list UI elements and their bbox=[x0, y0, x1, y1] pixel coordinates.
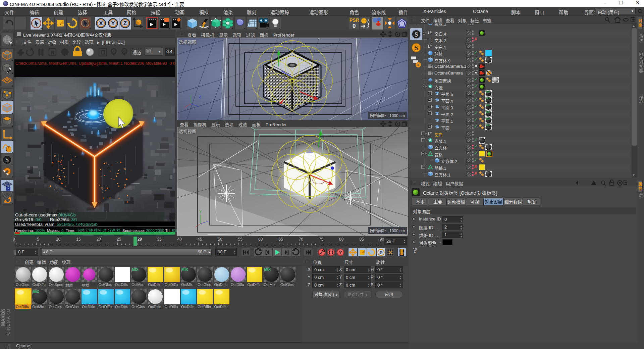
svg-text:M: M bbox=[123, 50, 126, 53]
svg-text:?: ? bbox=[339, 250, 342, 255]
svg-text:S: S bbox=[415, 45, 418, 51]
svg-text:Z: Z bbox=[367, 25, 369, 29]
svg-text:Z: Z bbox=[199, 95, 201, 99]
svg-text:L0: L0 bbox=[428, 44, 432, 48]
svg-text:X: X bbox=[99, 20, 103, 27]
svg-text:Y: Y bbox=[199, 210, 202, 214]
svg-text:Y: Y bbox=[111, 20, 115, 27]
svg-text:L0: L0 bbox=[428, 131, 432, 136]
svg-text:T: T bbox=[429, 37, 431, 42]
svg-text:S: S bbox=[417, 63, 419, 67]
svg-text:S: S bbox=[5, 156, 9, 163]
svg-text:P: P bbox=[380, 250, 383, 255]
svg-text:F: F bbox=[113, 50, 115, 53]
svg-text:L0: L0 bbox=[428, 31, 432, 35]
svg-text:Z: Z bbox=[123, 20, 127, 27]
svg-text:R: R bbox=[51, 50, 54, 55]
svg-text:S: S bbox=[415, 31, 418, 38]
